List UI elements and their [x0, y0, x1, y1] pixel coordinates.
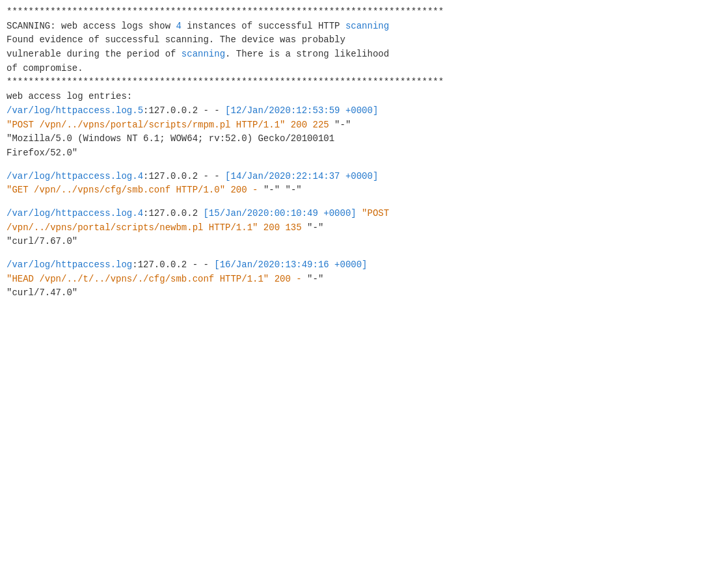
text-segment: [12/Jan/2020:12:53:59 +0000]	[225, 105, 378, 116]
text-segment: vulnerable during the period of	[7, 49, 182, 59]
log-spacer	[7, 161, 721, 170]
text-segment: "Mozilla/5.0 (Windows NT 6.1; WOW64; rv:…	[7, 133, 334, 144]
text-segment: Found evidence of successful scanning. T…	[7, 34, 345, 45]
text-segment: /var/log/httpaccess.log.4	[7, 171, 143, 181]
text-segment: :127.0.0.2 - -	[143, 171, 225, 181]
terminal-line-log-entry4-request: "HEAD /vpn/../t/../vpns/./cfg/smb.conf H…	[7, 272, 721, 287]
log-spacer	[7, 198, 721, 207]
text-segment: web access log entries:	[7, 91, 132, 101]
terminal-line-of-compromise: of compromise.	[7, 62, 721, 76]
terminal-line-separator1: ****************************************…	[7, 5, 721, 20]
text-segment: /vpn/../vpns/portal/scripts/newbm.pl HTT…	[7, 222, 307, 233]
text-segment: "HEAD /vpn/../t/../vpns/./cfg/smb.conf H…	[7, 274, 307, 284]
text-segment: ****************************************…	[7, 77, 444, 87]
text-segment: :127.0.0.2 - -	[132, 259, 214, 270]
text-segment: ****************************************…	[7, 7, 444, 17]
text-segment: [15/Jan/2020:00:10:49 +0000]	[203, 208, 356, 219]
text-segment: scanning	[345, 21, 389, 31]
terminal-line-vulnerable-during: vulnerable during the period of scanning…	[7, 47, 721, 62]
terminal-line-log-entry3-path: /var/log/httpaccess.log.4:127.0.0.2 [15/…	[7, 207, 721, 221]
terminal-line-log-entry2-request: "GET /vpn/../vpns/cfg/smb.conf HTTP/1.0"…	[7, 183, 721, 198]
terminal-line-log-entry3-ua: "curl/7.67.0"	[7, 235, 721, 249]
text-segment: :127.0.0.2	[143, 208, 203, 219]
text-segment: of compromise.	[7, 63, 83, 73]
text-segment: :127.0.0.2 - -	[143, 105, 225, 116]
terminal-line-web-access-header: web access log entries:	[7, 90, 721, 104]
text-segment: "-"	[334, 120, 351, 130]
text-segment: /var/log/httpaccess.log.4	[7, 208, 143, 219]
text-segment: "curl/7.47.0"	[7, 287, 77, 298]
terminal-output: ****************************************…	[0, 0, 728, 571]
terminal-line-log-entry4-path: /var/log/httpaccess.log:127.0.0.2 - - [1…	[7, 258, 721, 272]
text-segment: "-"	[307, 274, 323, 284]
terminal-line-log-entry2-path: /var/log/httpaccess.log.4:127.0.0.2 - - …	[7, 170, 721, 184]
terminal-line-log-entry1-ua2: Firefox/52.0"	[7, 146, 721, 161]
terminal-line-log-entry1-request: "POST /vpn/../vpns/portal/scripts/rmpm.p…	[7, 118, 721, 133]
text-segment: [16/Jan/2020:13:49:16 +0000]	[214, 259, 367, 270]
terminal-line-scanning-header: SCANNING: web access logs show 4 instanc…	[7, 20, 721, 34]
text-segment: "-" "-"	[263, 185, 302, 195]
text-segment: "POST /vpn/../vpns/portal/scripts/rmpm.p…	[7, 120, 334, 130]
text-segment: 4	[176, 21, 181, 31]
text-segment: instances of successful HTTP	[182, 21, 345, 31]
text-segment: /var/log/httpaccess.log	[7, 259, 132, 270]
text-segment: . There is a strong likelihood	[225, 49, 389, 59]
text-segment: "POST	[357, 208, 389, 219]
log-spacer	[7, 249, 721, 258]
terminal-line-log-entry3-request: /vpn/../vpns/portal/scripts/newbm.pl HTT…	[7, 221, 721, 235]
text-segment: "-"	[307, 222, 323, 233]
terminal-line-log-entry1-ua: "Mozilla/5.0 (Windows NT 6.1; WOW64; rv:…	[7, 132, 721, 146]
terminal-line-found-evidence: Found evidence of successful scanning. T…	[7, 33, 721, 47]
text-segment: /var/log/httpaccess.log.5	[7, 105, 143, 116]
text-segment: "curl/7.67.0"	[7, 236, 77, 246]
text-segment: "GET /vpn/../vpns/cfg/smb.conf HTTP/1.0"…	[7, 185, 263, 195]
text-segment: scanning	[182, 49, 225, 59]
text-segment: SCANNING: web access logs show	[7, 21, 176, 31]
terminal-line-log-entry1-path: /var/log/httpaccess.log.5:127.0.0.2 - - …	[7, 104, 721, 118]
terminal-line-separator2: ****************************************…	[7, 75, 721, 90]
text-segment: Firefox/52.0"	[7, 148, 77, 158]
terminal-line-log-entry4-ua: "curl/7.47.0"	[7, 286, 721, 300]
text-segment: [14/Jan/2020:22:14:37 +0000]	[225, 171, 378, 181]
